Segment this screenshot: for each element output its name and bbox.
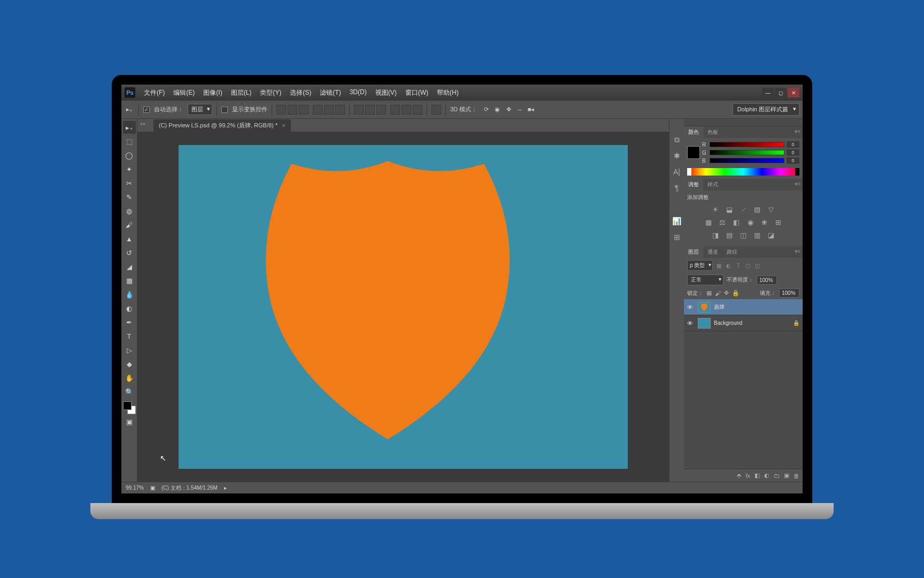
blend-mode-select[interactable]: 正常 [687,275,723,285]
clone-stamp-tool[interactable]: ▲ [123,232,136,245]
align-vcenter-icon[interactable] [288,105,297,115]
paths-tab[interactable]: 路径 [722,246,742,258]
spectrum-picker[interactable] [687,168,799,176]
slide-3d-icon[interactable]: ↔ [515,105,525,115]
filter-adjust-icon[interactable]: ◐ [725,262,732,269]
distribute-2-icon[interactable] [365,105,375,115]
screen-mode-tool[interactable]: ▣ [123,415,136,428]
lock-pos-icon[interactable]: ✥ [724,290,729,296]
magic-wand-tool[interactable]: ✦ [123,163,136,176]
zoom-level[interactable]: 99.17% [126,485,144,491]
auto-align-icon[interactable] [432,105,441,115]
lock-trans-icon[interactable]: ▦ [706,290,712,296]
distribute-6-icon[interactable] [413,105,422,115]
marquee-tool[interactable]: ⬚ [123,135,136,148]
visibility-icon[interactable]: 👁 [687,320,695,326]
move-tool[interactable]: ▸₊ [123,121,136,134]
layer-row[interactable]: 👁 盾牌 [684,299,803,315]
history-brush-tool[interactable]: ↺ [123,246,136,259]
g-slider[interactable] [710,150,784,155]
layer-style-icon[interactable]: fx [745,473,750,479]
new-layer-icon[interactable]: ▣ [784,472,789,479]
r-slider[interactable] [710,142,784,147]
bw-icon[interactable]: ◧ [732,217,741,227]
gradient-map-icon[interactable]: ▥ [752,230,762,240]
layer-name[interactable]: 盾牌 [714,303,799,311]
layers-tab[interactable]: 图层 [684,246,703,258]
lasso-tool[interactable]: ◯ [123,149,136,162]
color-swatches[interactable] [123,401,136,414]
panel-menu-icon[interactable]: ▾≡ [795,248,800,254]
menu-edit[interactable]: 编辑(E) [170,86,198,100]
zoom-3d-icon[interactable]: ■◂ [526,105,536,115]
history-dock-icon[interactable]: ⧉ [672,135,682,144]
distribute-4-icon[interactable] [390,105,400,115]
brightness-icon[interactable]: ☀ [711,204,720,214]
menu-view[interactable]: 视图(V) [372,86,400,100]
layer-row[interactable]: 👁 Background 🔒 [684,315,803,331]
r-value[interactable]: 0 [787,141,799,148]
layer-mask-icon[interactable]: ◧ [754,472,760,479]
posterize-icon[interactable]: ▤ [725,230,734,240]
zoom-tool[interactable]: 🔍 [123,385,136,398]
para-dock-icon[interactable]: ¶ [672,183,682,193]
exposure-icon[interactable]: ▨ [752,204,762,214]
hue-icon[interactable]: ▦ [704,217,713,227]
layer-thumbnail[interactable] [698,318,711,329]
eyedropper-tool[interactable]: ✎ [123,191,136,203]
workspace-preset-dropdown[interactable]: Dolphin 图层样式篇 [733,103,799,116]
adjustment-layer-icon[interactable]: ◐ [764,472,769,479]
threshold-icon[interactable]: ◫ [738,230,748,240]
crop-tool[interactable]: ✂ [123,177,136,189]
styles-tab[interactable]: 样式 [703,179,722,191]
adjustments-tab[interactable]: 调整 [684,179,703,191]
color-preview[interactable] [687,146,700,159]
fill-input[interactable]: 100% [779,288,799,298]
layer-thumbnail[interactable] [698,302,711,313]
align-right-icon[interactable] [335,105,345,115]
align-top-icon[interactable] [276,105,286,115]
type-tool[interactable]: T [123,330,136,343]
align-hcenter-icon[interactable] [324,105,334,115]
path-select-tool[interactable]: ▷ [123,344,136,356]
curves-icon[interactable]: ⟋ [738,204,748,214]
selective-color-icon[interactable]: ◪ [766,230,776,240]
hand-tool[interactable]: ✋ [123,371,136,384]
menu-image[interactable]: 图像(I) [200,86,225,100]
visibility-icon[interactable]: 👁 [687,304,695,310]
link-layers-icon[interactable]: ⬘ [737,472,741,479]
filter-kind-select[interactable]: ρ 类型 [687,260,713,271]
canvas[interactable] [179,145,628,469]
channels-tab[interactable]: 通道 [703,246,722,258]
menu-layer[interactable]: 图层(L) [228,86,255,100]
pen-tool[interactable]: ✒ [123,316,136,329]
b-value[interactable]: 0 [787,157,799,164]
lock-image-icon[interactable]: 🖌 [715,290,721,296]
colorbalance-icon[interactable]: ⚖ [718,217,727,227]
panel-collapse[interactable] [684,119,803,126]
menu-file[interactable]: 文件(F) [141,86,168,100]
minimize-button[interactable]: — [762,88,774,97]
distribute-5-icon[interactable] [402,105,411,115]
menu-3d[interactable]: 3D(D) [346,86,370,100]
show-transform-checkbox[interactable] [221,107,228,113]
filter-type-icon[interactable]: T [734,262,742,269]
layer-name[interactable]: Background [714,320,790,326]
layer-group-icon[interactable]: 🗀 [774,473,780,479]
swatches-tab[interactable]: 色板 [703,126,722,138]
auto-select-dropdown[interactable]: 图层 [188,104,212,115]
lock-all-icon[interactable]: 🔒 [732,290,740,296]
info-dock-icon[interactable]: ⊞ [672,232,682,242]
distribute-3-icon[interactable] [376,105,386,115]
invert-icon[interactable]: ◨ [711,230,720,240]
b-slider[interactable] [710,158,784,163]
menu-select[interactable]: 选择(S) [287,86,314,100]
healing-brush-tool[interactable]: ◍ [123,204,136,217]
menu-window[interactable]: 窗口(W) [402,86,432,100]
panel-menu-icon[interactable]: ▾≡ [795,181,800,187]
channel-mixer-icon[interactable]: ❀ [759,217,769,227]
filter-pixel-icon[interactable]: ▦ [715,262,722,269]
shield-shape[interactable] [259,158,516,442]
align-left-icon[interactable] [313,105,322,115]
canvas-viewport[interactable] [137,132,669,482]
